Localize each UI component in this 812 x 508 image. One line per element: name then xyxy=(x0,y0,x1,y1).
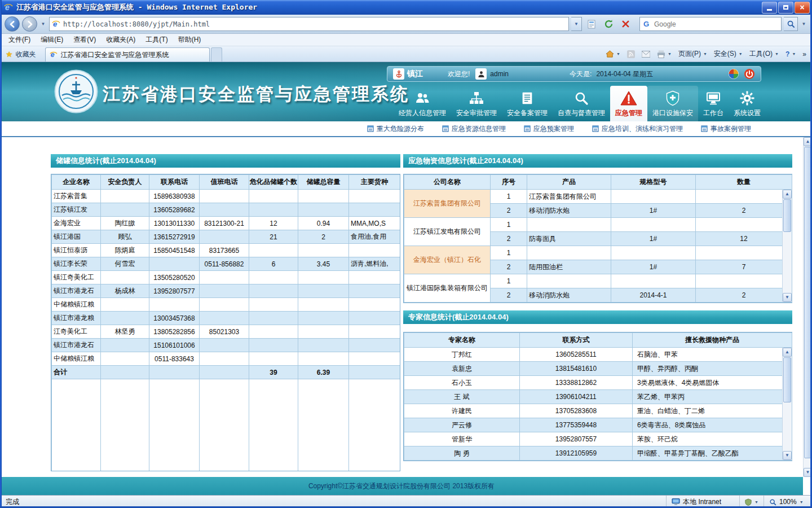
back-button[interactable] xyxy=(5,16,20,32)
subnav-resource-info[interactable]: 应急资源信息管理 xyxy=(442,124,506,134)
scroll-track[interactable] xyxy=(783,233,792,293)
menu-edit[interactable]: 编辑(E) xyxy=(36,34,68,46)
table-row[interactable]: 袁新忠 13815481610 甲醇、异丙醇、丙酮 xyxy=(404,362,792,376)
table-row[interactable]: 金海宏业（镇江）石化 1 xyxy=(404,246,792,260)
nav-safety-filing[interactable]: 安全备案管理 xyxy=(502,86,553,121)
favorites-button[interactable]: ★ 收藏夹 xyxy=(0,47,42,61)
nav-label: 安全审批管理 xyxy=(456,108,497,118)
forward-button[interactable] xyxy=(22,16,37,32)
table-row[interactable]: 镇江恒泰沥 陈炳庭 15850451548 83173665 xyxy=(52,244,400,257)
column-header: 联系方式 xyxy=(520,333,633,348)
table-row[interactable]: 石小玉 13338812862 3类易燃液体、4类易燃固体 xyxy=(404,376,792,390)
nav-system-settings[interactable]: 系统设置 xyxy=(729,86,766,121)
feeds-button[interactable] xyxy=(624,47,638,61)
maximize-button[interactable] xyxy=(778,2,793,14)
tools-menu-button[interactable]: 工具(O)▼ xyxy=(746,47,782,61)
home-shortcut-icon[interactable] xyxy=(728,68,739,80)
subnav-plan-management[interactable]: 应急预案管理 xyxy=(524,124,574,134)
nav-safety-approval[interactable]: 安全审批管理 xyxy=(451,86,502,121)
table-row[interactable]: 管新华 13952807557 苯胺、环己烷 xyxy=(404,432,792,446)
subnav-hazard-distribution[interactable]: 重大危险源分布 xyxy=(367,124,424,134)
table-row[interactable]: 丁邦红 13605285511 石脑油、甲苯 xyxy=(404,348,792,362)
menu-view[interactable]: 查看(V) xyxy=(68,34,101,46)
table-row[interactable]: 许建民 13705283608 重油、白蜡油、丁二烯 xyxy=(404,404,792,418)
scroll-track[interactable] xyxy=(783,403,792,451)
table-row[interactable]: 镇江李长荣 何雪宏 0511-856882 6 3.45 沥青,燃料油, xyxy=(52,257,400,271)
table-row[interactable]: 镇江港国 顾弘 13615272919 21 2 食用油,食用 xyxy=(52,230,400,244)
logout-power-icon[interactable] xyxy=(744,68,755,80)
search-dropdown[interactable]: ▼ xyxy=(800,18,807,30)
page-menu-button[interactable]: 页面(P)▼ xyxy=(675,47,710,61)
menu-help[interactable]: 帮助(H) xyxy=(173,34,206,46)
subnav-accident-cases[interactable]: 事故案例管理 xyxy=(701,124,751,134)
scroll-up-icon[interactable]: ▲ xyxy=(783,190,792,199)
table-row[interactable]: 江苏索普集 15896380938 xyxy=(52,190,400,203)
home-button[interactable]: ▼ xyxy=(602,47,624,61)
scroll-thumb[interactable] xyxy=(783,199,791,232)
table-row[interactable]: 镇江港国际集装箱有限公司 1 xyxy=(404,274,792,288)
cell: 83173665 xyxy=(200,244,249,257)
column-header: 产品 xyxy=(527,175,611,190)
search-input[interactable] xyxy=(654,20,778,28)
refresh-button[interactable] xyxy=(601,17,616,32)
table-row[interactable]: 江苏镇江发 13605289682 xyxy=(52,203,400,217)
print-button[interactable]: ▼ xyxy=(654,47,675,61)
nav-operator-info[interactable]: 经营人信息管理 xyxy=(394,86,451,121)
help-menu-button[interactable]: ?▼ xyxy=(782,47,799,61)
column-header: 危化品储罐个数 xyxy=(249,175,298,190)
nav-port-security[interactable]: 港口设施保安 xyxy=(647,86,698,121)
safety-caret: ▼ xyxy=(739,52,743,56)
search-go-button[interactable] xyxy=(784,17,798,31)
cell: 13003457368 xyxy=(149,312,200,325)
menu-file[interactable]: 文件(F) xyxy=(3,34,36,46)
cell xyxy=(349,203,400,217)
overflow-chevron[interactable]: » xyxy=(799,47,810,61)
url-dropdown[interactable]: ▼ xyxy=(571,17,582,31)
close-button[interactable]: × xyxy=(795,2,810,14)
table-row[interactable]: 镇江市港龙粮 13003457368 xyxy=(52,312,400,325)
menu-tools[interactable]: 工具(T) xyxy=(140,34,173,46)
minimize-button[interactable] xyxy=(762,2,777,14)
cell xyxy=(298,203,349,217)
cell: 丁邦红 xyxy=(404,348,520,362)
scroll-down-icon[interactable]: ▼ xyxy=(783,293,792,302)
cell xyxy=(249,271,298,284)
search-box: G xyxy=(639,17,782,31)
new-tab-stub[interactable] xyxy=(211,47,222,62)
safety-menu-button[interactable]: 安全(S)▼ xyxy=(710,47,746,61)
table-row[interactable]: 江奇美化工 林坚勇 13805282856 85021303 xyxy=(52,325,400,339)
table-row[interactable]: 中储粮镇江粮 0511-833643 xyxy=(52,352,400,366)
tank-header-row: 企业名称 安全负责人 联系电话 值班电话 危化品储罐个数 储罐总容量 主要货种 xyxy=(52,175,400,190)
scroll-thumb[interactable] xyxy=(783,357,791,402)
compatibility-view-button[interactable] xyxy=(584,17,599,32)
stop-button[interactable] xyxy=(618,17,633,32)
mail-button[interactable] xyxy=(638,47,654,61)
table-row[interactable]: 王 斌 13906104211 苯乙烯、甲苯丙 xyxy=(404,390,792,404)
expert-table-scrollbar[interactable]: ▲ ▼ xyxy=(782,348,792,460)
cell: 陈炳庭 xyxy=(101,244,149,257)
table-row[interactable]: 中储粮镇江粮 xyxy=(52,298,400,312)
scroll-up-icon[interactable]: ▲ xyxy=(783,348,792,357)
scroll-down-icon[interactable]: ▼ xyxy=(783,451,792,460)
nav-workbench[interactable]: 工作台 xyxy=(698,86,729,121)
table-row[interactable]: 镇江市港龙石 杨成林 13952807577 xyxy=(52,284,400,298)
cell: 林坚勇 xyxy=(101,325,149,339)
cell: 13615272919 xyxy=(149,230,200,244)
table-row[interactable]: 江苏索普集团有限公司 1 江苏索普集团有限公司 xyxy=(404,190,792,204)
table-row[interactable]: 镇江市港龙石 15106101006 xyxy=(52,339,400,352)
supply-table-scrollbar[interactable]: ▲ ▼ xyxy=(782,190,792,302)
table-row[interactable]: 江苏镇江发电有限公司 1 xyxy=(404,218,792,232)
url-input[interactable] xyxy=(63,20,566,28)
nav-emergency-management[interactable]: 应急管理 xyxy=(610,86,647,121)
active-tab[interactable]: e 江苏省港口安全监管与应急管理系统 xyxy=(45,47,210,62)
table-row[interactable]: 镇江奇美化工 13505280520 xyxy=(52,271,400,284)
cell xyxy=(101,190,149,203)
history-dropdown[interactable]: ▼ xyxy=(39,18,47,30)
table-row[interactable]: 金海宏业 陶红皦 13013011330 83121300-21 12 0.94… xyxy=(52,217,400,230)
table-row[interactable]: 合计 39 6.39 xyxy=(52,366,400,379)
subnav-training-drill[interactable]: 应急培训、演练和演习管理 xyxy=(592,124,683,134)
table-row[interactable]: 严云修 13775359448 6类毒害品、8类腐蚀品 xyxy=(404,418,792,432)
table-row[interactable]: 陶 勇 13912105959 甲缩醛、甲基异丁基酮、乙酸乙酯 xyxy=(404,446,792,461)
nav-self-inspection[interactable]: 自查与督查管理 xyxy=(553,86,610,121)
menu-favorites[interactable]: 收藏夹(A) xyxy=(101,34,140,46)
